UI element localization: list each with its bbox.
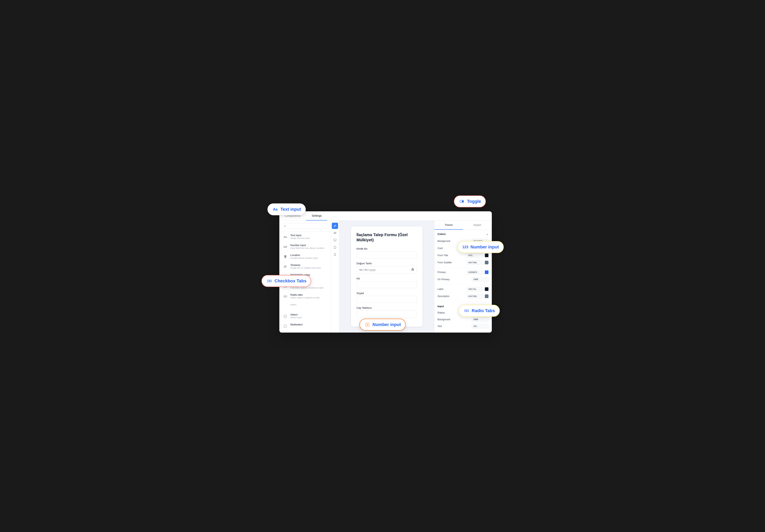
badge-number-input-top[interactable]: 123 Number input: [457, 241, 504, 253]
toolbar-desktop-btn[interactable]: [332, 237, 338, 243]
scene: Aa Text input Toggle 123 Number input C: [274, 199, 492, 333]
colors-section-header: Colors ▲: [434, 230, 492, 237]
input-value-text[interactable]: #0f...: [472, 324, 489, 328]
color-value-form-subtitle: #64748b: [466, 260, 489, 265]
color-input-label[interactable]: #0f172a: [466, 287, 483, 291]
form-input-soyad[interactable]: [357, 296, 417, 303]
badge-checkbox-tabs[interactable]: Checkbox Tabs: [262, 275, 311, 287]
button-desc: button: [291, 303, 297, 306]
form-input-kimlik[interactable]: [357, 251, 417, 258]
color-label-primary: Primary: [437, 271, 453, 274]
color-swatch-primary[interactable]: [485, 270, 489, 274]
form-card: İlaçlama Talep Formu (Özel Mülkiyet) Kim…: [351, 227, 422, 327]
input-label-text: Text: [437, 325, 442, 328]
toolbar-tablet-btn[interactable]: [332, 244, 338, 250]
svg-rect-25: [284, 325, 287, 328]
color-swatch-description[interactable]: [485, 294, 489, 298]
svg-point-1: [462, 201, 463, 202]
badge-toggle-label: Toggle: [467, 199, 481, 204]
sidebar-item-number-input[interactable]: 123 Number input Input field that only a…: [279, 242, 331, 252]
form-input-ad[interactable]: [357, 281, 417, 288]
color-label-form-subtitle: Form Subtitle: [437, 261, 453, 264]
toggle-icon: [459, 198, 465, 205]
sidebar-item-select[interactable]: Select Select input: [279, 311, 331, 321]
select-item-icon: [283, 314, 288, 319]
form-input-dogum[interactable]: [357, 266, 417, 273]
badge-text-input[interactable]: Aa Text input: [268, 203, 306, 215]
form-label-ad: Ad: [357, 277, 417, 280]
color-input-on-primary[interactable]: #ffffff: [472, 277, 489, 282]
form-canvas: İlaçlama Talep Formu (Özel Mülkiyet) Kim…: [339, 221, 434, 333]
badge-number-input-bottom[interactable]: Number input: [360, 319, 405, 331]
badge-radio-tabs[interactable]: Radio Tabs: [459, 305, 500, 317]
form-field-dogum: Doğum Tarihi: [357, 262, 417, 273]
panel-tab-export[interactable]: Export: [463, 221, 492, 230]
color-label-description: Description: [437, 295, 453, 298]
textarea-desc: Single line or multiline text area: [291, 267, 321, 269]
app-body: Aa Text input Single line text input 123…: [279, 221, 492, 333]
colors-chevron[interactable]: ▲: [486, 233, 489, 236]
form-field-cep: Cep Telefonu: [357, 306, 417, 318]
input-value-bg[interactable]: #ffffff: [472, 317, 489, 322]
color-value-description: #64748b: [466, 294, 489, 298]
tab-settings[interactable]: Settings: [306, 211, 328, 220]
sidebar-item-multiselect[interactable]: Multiselect: [279, 321, 331, 331]
number-input-item-icon: 123: [283, 244, 288, 250]
badge-number-input-top-label: Number input: [470, 244, 499, 250]
select-desc: Select input: [291, 316, 302, 319]
radio-tabs-desc: Radio options masked as tabs: [291, 296, 320, 299]
svg-point-27: [335, 233, 335, 233]
search-box: [279, 221, 331, 232]
form-label-cep: Cep Telefonu: [357, 306, 417, 309]
sidebar-item-textarea[interactable]: Textarea Single line or multiline text a…: [279, 262, 331, 271]
text-input-desc: Single line text input: [291, 237, 310, 239]
form-field-soyad: Soyad: [357, 292, 417, 303]
button-item-icon: [283, 304, 288, 309]
toolbar-edit-btn[interactable]: [332, 223, 338, 229]
color-swatch-form-title[interactable]: [485, 253, 489, 257]
svg-rect-28: [334, 239, 336, 241]
panel-tab-theme[interactable]: Theme: [434, 221, 463, 230]
text-input-icon: Aa: [272, 206, 279, 212]
sidebar-item-radio-tabs[interactable]: Radio tabs Radio options masked as tabs: [279, 291, 331, 301]
form-field-kimlik: Kimlik No: [357, 247, 417, 258]
text-input-title: Text input: [291, 234, 310, 237]
toolbar-mobile-btn[interactable]: [332, 251, 338, 258]
number-input-icon-top: 123: [462, 244, 468, 250]
number-input-desc: Input field that only allows numbers: [291, 247, 325, 249]
color-input-primary[interactable]: #306BF5: [466, 270, 483, 274]
input-row-bg: Background #ffffff: [434, 316, 492, 323]
badge-toggle[interactable]: Toggle: [454, 195, 486, 207]
color-swatch-label[interactable]: [485, 287, 489, 291]
input-divider: [434, 301, 492, 301]
radio-tabs-icon: [463, 308, 470, 314]
top-tabs: Components Settings: [279, 211, 492, 221]
form-input-cep[interactable]: [357, 311, 417, 318]
badge-text-input-label: Text input: [281, 207, 301, 212]
color-input-form-title[interactable]: #0f1...: [466, 253, 483, 258]
number-input-icon-bottom: [364, 322, 371, 328]
color-row-label: Label #0f172a: [434, 286, 492, 293]
color-label-on-primary: On Primary: [437, 278, 453, 281]
color-value-primary: #306BF5: [466, 270, 489, 274]
color-row-on-primary: On Primary #ffffff: [434, 276, 492, 283]
color-label-card: Card: [437, 247, 453, 250]
color-value-label: #0f172a: [466, 287, 489, 291]
search-input[interactable]: [282, 223, 328, 229]
badge-number-input-bottom-label: Number input: [373, 322, 401, 327]
input-section-title: Input: [437, 305, 444, 308]
form-label-kimlik: Kimlik No: [357, 247, 417, 250]
sidebar-item-button[interactable]: button: [279, 301, 331, 311]
sidebar-item-text-input[interactable]: Aa Text input Single line text input: [279, 232, 331, 242]
toolbar-preview-btn[interactable]: [332, 230, 338, 236]
color-swatch-form-subtitle[interactable]: [485, 261, 489, 265]
color-label-label: Label: [437, 288, 453, 291]
color-label-background: Background: [437, 240, 453, 242]
badge-radio-tabs-label: Radio Tabs: [472, 308, 495, 313]
color-input-form-subtitle[interactable]: #64748b: [466, 260, 483, 265]
text-input-item-icon: Aa: [283, 234, 288, 240]
form-title: İlaçlama Talep Formu (Özel Mülkiyet): [357, 232, 417, 242]
color-input-description[interactable]: #64748b: [466, 294, 483, 298]
sidebar-item-location[interactable]: Location Google places location input: [279, 252, 331, 262]
color-row-description: Description #64748b: [434, 293, 492, 300]
